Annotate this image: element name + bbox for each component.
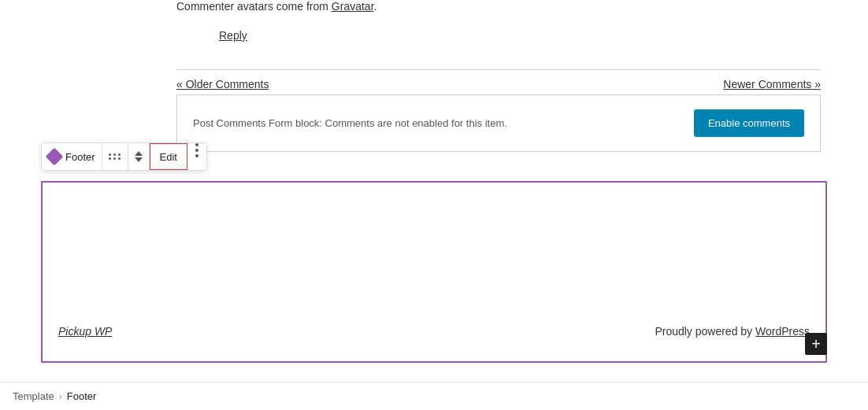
reply-link[interactable]: Reply: [219, 29, 247, 42]
drag-handle[interactable]: [102, 143, 128, 170]
add-block-button[interactable]: +: [805, 333, 827, 355]
footer-powered-text: Proudly powered by WordPress: [655, 325, 810, 338]
gravatar-link[interactable]: Gravatar: [332, 0, 374, 13]
breadcrumb-bar: Template › Footer: [0, 382, 868, 410]
footer-block: Pickup WP Proudly powered by WordPress: [41, 181, 827, 363]
drag-icon: [109, 153, 121, 160]
arrow-up-icon: [135, 151, 143, 156]
breadcrumb-root[interactable]: Template: [13, 390, 54, 402]
enable-comments-button[interactable]: Enable comments: [694, 109, 804, 137]
footer-site-link[interactable]: Pickup WP: [58, 325, 112, 338]
footer-wordpress-link[interactable]: WordPress: [755, 325, 810, 338]
newer-comments-link[interactable]: Newer Comments »: [723, 78, 821, 90]
comments-form-text: Post Comments Form block: Comments are n…: [193, 117, 507, 129]
gravatar-label: Commenter avatars come from: [176, 0, 328, 13]
page-wrapper: Commenter avatars come from Gravatar. Re…: [0, 0, 868, 410]
comments-form-notice: Post Comments Form block: Comments are n…: [176, 94, 821, 152]
arrow-down-icon: [135, 157, 143, 162]
pagination-bar: « Older Comments Newer Comments »: [176, 69, 821, 90]
move-arrows[interactable]: [128, 143, 150, 170]
footer-content: Pickup WP Proudly powered by WordPress: [43, 325, 825, 338]
gravatar-text: Commenter avatars come from Gravatar.: [176, 0, 377, 13]
move-arrows-icon: [135, 151, 143, 162]
block-icon-item: Footer: [42, 143, 102, 170]
edit-button[interactable]: Edit: [150, 143, 187, 170]
block-toolbar: Footer Edit: [41, 142, 207, 171]
footer-block-icon: [46, 148, 64, 166]
breadcrumb-current: Footer: [67, 390, 97, 402]
breadcrumb-separator: ›: [59, 391, 62, 402]
block-label: Footer: [65, 151, 95, 163]
older-comments-link[interactable]: « Older Comments: [176, 78, 269, 90]
options-menu[interactable]: [187, 143, 206, 170]
